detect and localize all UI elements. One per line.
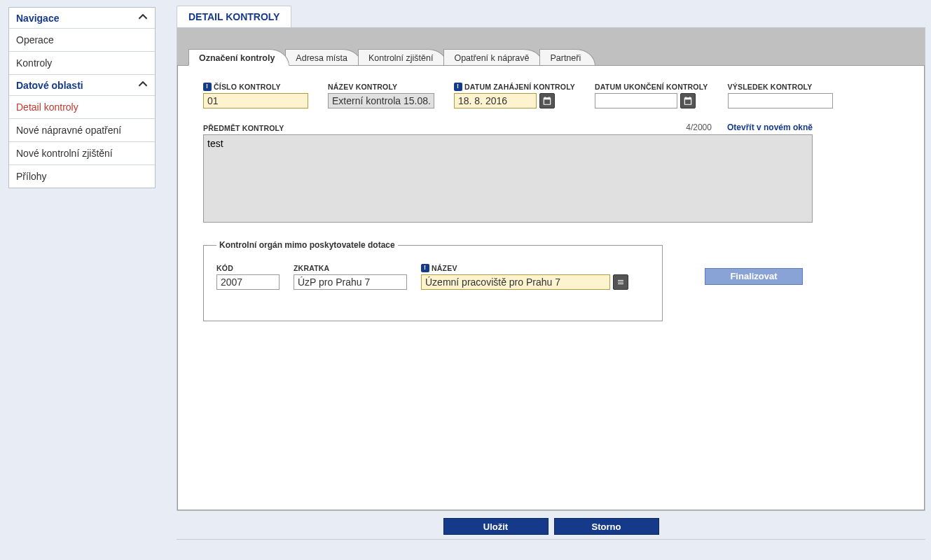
label-predmet: PŘEDMĚT KONTROLY xyxy=(203,124,284,132)
save-button[interactable]: Uložit xyxy=(443,518,549,535)
calendar-icon[interactable] xyxy=(539,93,555,108)
tab-zjisteni[interactable]: Kontrolní zjištění xyxy=(358,49,448,66)
nav-section-title: Navigace xyxy=(16,13,59,24)
input-org-nazev[interactable] xyxy=(421,274,610,290)
textarea-predmet[interactable] xyxy=(203,134,813,223)
sidebar-item-detail-kontroly[interactable]: Detail kontroly xyxy=(9,96,155,119)
open-new-window-link[interactable]: Otevřít v novém okně xyxy=(727,122,813,132)
sidebar-item-operace[interactable]: Operace xyxy=(9,29,155,52)
input-kod[interactable] xyxy=(216,274,280,290)
required-icon xyxy=(421,264,429,272)
char-counter: 4/2000 xyxy=(686,122,712,132)
input-datum-ukonceni[interactable] xyxy=(595,93,677,108)
tab-partneri[interactable]: Partneři xyxy=(539,49,595,66)
data-section-title: Datové oblasti xyxy=(16,80,83,91)
required-icon xyxy=(454,83,462,91)
label-zkratka: ZKRATKA xyxy=(294,264,407,272)
label-cislo: ČÍSLO KONTROLY xyxy=(203,83,308,91)
input-datum-zahajeni[interactable] xyxy=(454,93,537,108)
footer-actions: Uložit Storno xyxy=(177,511,925,539)
tabstrip: Označení kontroly Adresa místa Kontrolní… xyxy=(177,28,925,66)
required-icon xyxy=(203,83,212,91)
sidebar-item-prilohy[interactable]: Přílohy xyxy=(9,165,155,188)
legend-org: Kontrolní orgán mimo poskytovatele dotac… xyxy=(216,240,398,250)
input-cislo-kontroly[interactable] xyxy=(203,93,308,108)
label-org-nazev: NÁZEV xyxy=(421,264,628,272)
tab-adresa[interactable]: Adresa místa xyxy=(285,49,362,66)
label-nazev: NÁZEV KONTROLY xyxy=(328,83,434,91)
input-nazev-kontroly xyxy=(328,93,434,108)
form-panel: ČÍSLO KONTROLY NÁZEV KONTROLY DATUM ZAHÁ… xyxy=(177,65,925,510)
sidebar-panel: Navigace Operace Kontroly Datové oblasti… xyxy=(8,7,156,188)
cancel-button[interactable]: Storno xyxy=(554,518,659,535)
list-picker-icon[interactable] xyxy=(613,274,628,290)
label-ukonceni: DATUM UKONČENÍ KONTROLY xyxy=(595,83,708,91)
input-vysledek[interactable] xyxy=(728,93,833,108)
tab-oznaceni[interactable]: Označení kontroly xyxy=(188,49,289,66)
finalize-button[interactable]: Finalizovat xyxy=(705,268,803,285)
sidebar-item-kontroly[interactable]: Kontroly xyxy=(9,52,155,75)
footer-divider xyxy=(177,539,925,540)
page-title-tab: DETAIL KONTROLY xyxy=(177,6,291,27)
fieldset-kontrolni-organ: Kontrolní orgán mimo poskytovatele dotac… xyxy=(203,240,663,321)
chevron-up-icon xyxy=(138,12,148,24)
input-zkratka[interactable] xyxy=(294,274,407,290)
sidebar-item-nove-zjisteni[interactable]: Nové kontrolní zjištění xyxy=(9,142,155,165)
label-kod: KÓD xyxy=(216,264,280,272)
label-vysledek: VÝSLEDEK KONTROLY xyxy=(728,83,833,91)
sidebar-item-nove-napravne[interactable]: Nové nápravné opatření xyxy=(9,119,155,142)
data-section-header[interactable]: Datové oblasti xyxy=(9,75,155,96)
chevron-up-icon xyxy=(138,79,148,91)
nav-section-header[interactable]: Navigace xyxy=(9,8,155,29)
label-zahajeni: DATUM ZAHÁJENÍ KONTROLY xyxy=(454,83,575,91)
content-panel: Označení kontroly Adresa místa Kontrolní… xyxy=(177,27,925,511)
calendar-icon[interactable] xyxy=(680,93,696,108)
tab-opatreni[interactable]: Opatření k nápravě xyxy=(443,49,544,66)
